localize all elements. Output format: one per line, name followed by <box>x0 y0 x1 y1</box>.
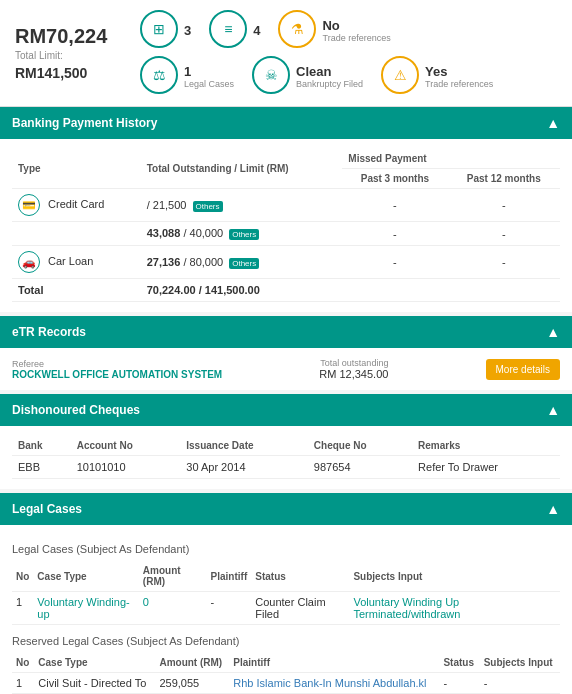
r-no: 1 <box>12 673 34 694</box>
dc-bank: EBB <box>12 456 71 479</box>
dishonoured-table: Bank Account No Issuance Date Cheque No … <box>12 436 560 479</box>
total-past12 <box>448 279 561 302</box>
dc-account: 10101010 <box>71 456 181 479</box>
dc-col-remarks: Remarks <box>412 436 560 456</box>
car-loan-icon: 🚗 <box>18 251 40 273</box>
defendant-table: No Case Type Amount (RM) Plaintiff Statu… <box>12 561 560 625</box>
grid-icon: ⊞ <box>140 10 178 48</box>
stat-legal-value: 1 <box>184 64 234 79</box>
more-details-button[interactable]: More details <box>486 359 560 380</box>
d-case-type: Voluntary Winding-up <box>33 592 138 625</box>
col-outstanding: Total Outstanding / Limit (RM) <box>141 149 343 189</box>
stat-warning: ⚠ Yes Trade references <box>381 56 493 96</box>
dishonoured-cheques-header[interactable]: Dishonoured Cheques ▲ <box>0 394 572 426</box>
cell-outstanding-2: 43,088 / 40,000 Others <box>141 222 343 246</box>
plaintiff-link[interactable]: Rhb Islamic Bank-In Munshi Abdullah.kl <box>233 677 426 689</box>
table-row: 1 Voluntary Winding-up 0 - Counter Claim… <box>12 592 560 625</box>
legal-cases-content: Legal Cases (Subject As Defendant) No Ca… <box>0 525 572 694</box>
car-loan-label: Car Loan <box>48 255 93 267</box>
stat-grid-value: 3 <box>184 23 191 38</box>
stat-bankruptcy: ☠ Clean Bankruptcy Filed <box>252 56 363 96</box>
warning-icon: ⚠ <box>381 56 419 94</box>
list-icon: ≡ <box>209 10 247 48</box>
cell-type-car: 🚗 Car Loan <box>12 246 141 279</box>
outstanding-amount: RM70,224 <box>15 25 125 48</box>
r-col-no: No <box>12 653 34 673</box>
legal-cases-section: Legal Cases ▲ Legal Cases (Subject As De… <box>0 493 572 694</box>
missed-payment-header: Missed Payment <box>342 149 560 169</box>
banking-payment-history-content: Type Total Outstanding / Limit (RM) Miss… <box>0 139 572 312</box>
etr-records-title: eTR Records <box>12 325 86 339</box>
credit-card-label: Credit Card <box>48 198 104 210</box>
etr-records-header[interactable]: eTR Records ▲ <box>0 316 572 348</box>
legal-chevron-icon: ▲ <box>546 501 560 517</box>
stat-trade-value: No <box>322 18 390 33</box>
col-status: Status <box>251 561 349 592</box>
dc-col-cheque: Cheque No <box>308 436 412 456</box>
legal-cases-header[interactable]: Legal Cases ▲ <box>0 493 572 525</box>
outstanding-label: Total outstanding <box>319 358 388 368</box>
outstanding-value: RM 12,345.00 <box>319 368 388 380</box>
cell-outstanding: / 21,500 Others <box>141 189 343 222</box>
legal-cases-title: Legal Cases <box>12 502 82 516</box>
col-past3: Past 3 months <box>342 169 447 189</box>
banking-payment-history-header[interactable]: Banking Payment History ▲ <box>0 107 572 139</box>
gavel-icon: ⚖ <box>140 56 178 94</box>
etr-right: Total outstanding RM 12,345.00 <box>319 358 388 380</box>
stat-trade-label: Trade references <box>322 33 390 43</box>
reserved-table: No Case Type Amount (RM) Plaintiff Statu… <box>12 653 560 694</box>
total-limit-label: Total Limit: <box>15 50 125 61</box>
col-subjects: Subjects Input <box>349 561 560 592</box>
etr-left: Referee ROCKWELL OFFICE AUTOMATION SYSTE… <box>12 359 222 380</box>
stat-grid: ⊞ 3 <box>140 10 191 50</box>
referee-label: Referee <box>12 359 222 369</box>
summary-icons-area: ⊞ 3 ≡ 4 ⚗ No Trade references <box>140 10 557 96</box>
stat-legal: ⚖ 1 Legal Cases <box>140 56 234 96</box>
col-type: Type <box>12 149 141 189</box>
etr-records-content: Referee ROCKWELL OFFICE AUTOMATION SYSTE… <box>0 348 572 390</box>
others-badge: Others <box>193 201 223 212</box>
r-col-case-type: Case Type <box>34 653 155 673</box>
r-subjects: - <box>480 673 560 694</box>
cell-past3-2: - <box>342 222 447 246</box>
dc-chevron-icon: ▲ <box>546 402 560 418</box>
banking-payment-history-title: Banking Payment History <box>12 116 157 130</box>
r-status: - <box>439 673 479 694</box>
cell-type: 💳 Credit Card <box>12 189 141 222</box>
col-plaintiff: Plaintiff <box>207 561 252 592</box>
credit-card-icon: 💳 <box>18 194 40 216</box>
others-badge-3: Others <box>229 258 259 269</box>
dc-cheque: 987654 <box>308 456 412 479</box>
dishonoured-cheques-section: Dishonoured Cheques ▲ Bank Account No Is… <box>0 394 572 489</box>
d-no: 1 <box>12 592 33 625</box>
total-value: 70,224.00 / 141,500.00 <box>141 279 343 302</box>
col-no: No <box>12 561 33 592</box>
col-past12: Past 12 months <box>448 169 561 189</box>
cell-past12: - <box>448 189 561 222</box>
top-summary: RM70,224 Total Limit: RM141,500 ⊞ 3 ≡ 4 … <box>0 0 572 107</box>
dc-remarks: Refer To Drawer <box>412 456 560 479</box>
d-plaintiff: - <box>207 592 252 625</box>
reserved-title: Reserved Legal Cases (Subject As Defenda… <box>12 635 560 647</box>
cell-past3-3: - <box>342 246 447 279</box>
stat-warning-label: Trade references <box>425 79 493 89</box>
total-label: Total <box>12 279 141 302</box>
person-icon: ☠ <box>252 56 290 94</box>
r-case-type: Civil Suit - Directed To <box>34 673 155 694</box>
table-row: 💳 Credit Card / 21,500 Others - - <box>12 189 560 222</box>
others-badge-2: Others <box>229 229 259 240</box>
r-amount: 259,055 <box>155 673 229 694</box>
dc-col-account: Account No <box>71 436 181 456</box>
cell-past12-2: - <box>448 222 561 246</box>
dishonoured-cheques-title: Dishonoured Cheques <box>12 403 140 417</box>
r-col-status: Status <box>439 653 479 673</box>
banking-chevron-icon: ▲ <box>546 115 560 131</box>
voluntary-winding-link[interactable]: Voluntary Winding-up <box>37 596 129 620</box>
r-col-amount: Amount (RM) <box>155 653 229 673</box>
stat-list: ≡ 4 <box>209 10 260 50</box>
etr-records-section: eTR Records ▲ Referee ROCKWELL OFFICE AU… <box>0 316 572 390</box>
r-col-plaintiff: Plaintiff <box>229 653 439 673</box>
banking-table: Type Total Outstanding / Limit (RM) Miss… <box>12 149 560 302</box>
subjects-link[interactable]: Voluntary Winding Up Terminated/withdraw… <box>353 596 460 620</box>
referee-name: ROCKWELL OFFICE AUTOMATION SYSTEM <box>12 369 222 380</box>
